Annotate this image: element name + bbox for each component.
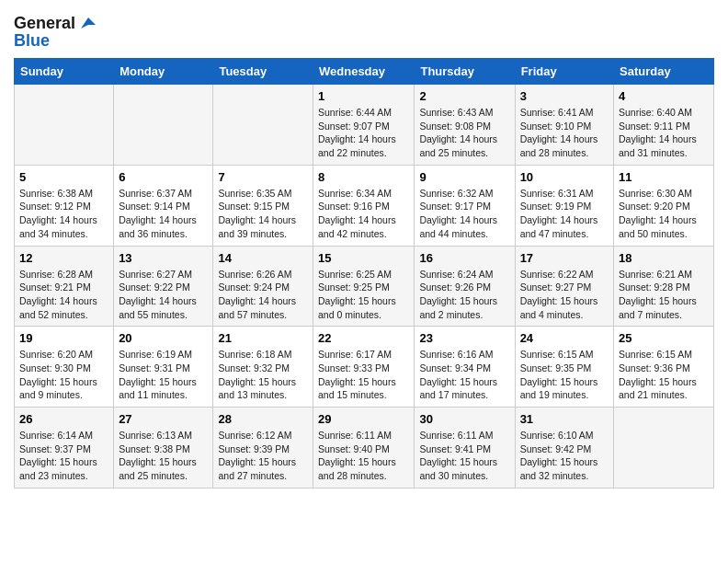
- day-info: Sunrise: 6:15 AM Sunset: 9:35 PM Dayligh…: [520, 348, 609, 402]
- calendar-cell: 21Sunrise: 6:18 AM Sunset: 9:32 PM Dayli…: [213, 327, 313, 408]
- day-number: 12: [19, 251, 108, 265]
- day-info: Sunrise: 6:44 AM Sunset: 9:07 PM Dayligh…: [318, 106, 409, 160]
- day-info: Sunrise: 6:20 AM Sunset: 9:30 PM Dayligh…: [19, 348, 108, 402]
- calendar-header: General Blue: [14, 9, 714, 51]
- calendar-cell: 10Sunrise: 6:31 AM Sunset: 9:19 PM Dayli…: [515, 165, 613, 246]
- calendar-cell: 9Sunrise: 6:32 AM Sunset: 9:17 PM Daylig…: [415, 165, 515, 246]
- calendar-cell: [614, 408, 714, 488]
- day-number: 3: [520, 89, 609, 103]
- day-info: Sunrise: 6:43 AM Sunset: 9:08 PM Dayligh…: [419, 106, 509, 160]
- calendar-cell: 7Sunrise: 6:35 AM Sunset: 9:15 PM Daylig…: [213, 165, 313, 246]
- day-number: 4: [619, 89, 709, 103]
- day-info: Sunrise: 6:24 AM Sunset: 9:26 PM Dayligh…: [419, 268, 509, 322]
- col-header-sunday: Sunday: [15, 59, 114, 85]
- day-number: 24: [520, 331, 609, 345]
- calendar-cell: 15Sunrise: 6:25 AM Sunset: 9:25 PM Dayli…: [313, 246, 415, 327]
- day-info: Sunrise: 6:25 AM Sunset: 9:25 PM Dayligh…: [318, 268, 409, 322]
- calendar-cell: 28Sunrise: 6:12 AM Sunset: 9:39 PM Dayli…: [213, 408, 313, 488]
- day-info: Sunrise: 6:35 AM Sunset: 9:15 PM Dayligh…: [218, 187, 308, 241]
- day-info: Sunrise: 6:31 AM Sunset: 9:19 PM Dayligh…: [520, 187, 609, 241]
- logo-general: General: [14, 14, 75, 33]
- day-info: Sunrise: 6:40 AM Sunset: 9:11 PM Dayligh…: [619, 106, 709, 160]
- day-info: Sunrise: 6:19 AM Sunset: 9:31 PM Dayligh…: [119, 348, 208, 402]
- col-header-tuesday: Tuesday: [213, 59, 313, 85]
- day-info: Sunrise: 6:10 AM Sunset: 9:42 PM Dayligh…: [520, 429, 609, 483]
- calendar-cell: [114, 85, 213, 166]
- day-info: Sunrise: 6:27 AM Sunset: 9:22 PM Dayligh…: [119, 268, 208, 322]
- day-number: 23: [419, 331, 509, 345]
- calendar-cell: 25Sunrise: 6:15 AM Sunset: 9:36 PM Dayli…: [614, 327, 714, 408]
- day-info: Sunrise: 6:13 AM Sunset: 9:38 PM Dayligh…: [119, 429, 208, 483]
- calendar-cell: 2Sunrise: 6:43 AM Sunset: 9:08 PM Daylig…: [415, 85, 515, 166]
- day-number: 22: [318, 331, 409, 345]
- col-header-friday: Friday: [515, 59, 613, 85]
- day-number: 10: [520, 170, 609, 184]
- calendar-cell: 8Sunrise: 6:34 AM Sunset: 9:16 PM Daylig…: [313, 165, 415, 246]
- calendar-cell: 17Sunrise: 6:22 AM Sunset: 9:27 PM Dayli…: [515, 246, 613, 327]
- col-header-thursday: Thursday: [415, 59, 515, 85]
- day-number: 26: [19, 412, 108, 426]
- calendar-cell: 31Sunrise: 6:10 AM Sunset: 9:42 PM Dayli…: [515, 408, 613, 488]
- day-number: 9: [419, 170, 509, 184]
- day-number: 7: [218, 170, 308, 184]
- day-number: 19: [19, 331, 108, 345]
- day-number: 15: [318, 251, 409, 265]
- day-info: Sunrise: 6:38 AM Sunset: 9:12 PM Dayligh…: [19, 187, 108, 241]
- calendar-cell: 18Sunrise: 6:21 AM Sunset: 9:28 PM Dayli…: [614, 246, 714, 327]
- calendar-week-row: 12Sunrise: 6:28 AM Sunset: 9:21 PM Dayli…: [15, 246, 714, 327]
- day-info: Sunrise: 6:30 AM Sunset: 9:20 PM Dayligh…: [619, 187, 709, 241]
- calendar-cell: 23Sunrise: 6:16 AM Sunset: 9:34 PM Dayli…: [415, 327, 515, 408]
- calendar-cell: 20Sunrise: 6:19 AM Sunset: 9:31 PM Dayli…: [114, 327, 213, 408]
- day-number: 6: [119, 170, 208, 184]
- day-number: 17: [520, 251, 609, 265]
- day-number: 18: [619, 251, 709, 265]
- day-info: Sunrise: 6:41 AM Sunset: 9:10 PM Dayligh…: [520, 106, 609, 160]
- day-number: 31: [520, 412, 609, 426]
- calendar-cell: 11Sunrise: 6:30 AM Sunset: 9:20 PM Dayli…: [614, 165, 714, 246]
- logo: General Blue: [14, 14, 97, 51]
- day-info: Sunrise: 6:34 AM Sunset: 9:16 PM Dayligh…: [318, 187, 409, 241]
- day-info: Sunrise: 6:15 AM Sunset: 9:36 PM Dayligh…: [619, 348, 709, 402]
- day-info: Sunrise: 6:14 AM Sunset: 9:37 PM Dayligh…: [19, 429, 108, 483]
- calendar-cell: 19Sunrise: 6:20 AM Sunset: 9:30 PM Dayli…: [15, 327, 114, 408]
- day-number: 2: [419, 89, 509, 103]
- day-number: 1: [318, 89, 409, 103]
- calendar-cell: 6Sunrise: 6:37 AM Sunset: 9:14 PM Daylig…: [114, 165, 213, 246]
- day-info: Sunrise: 6:11 AM Sunset: 9:41 PM Dayligh…: [419, 429, 509, 483]
- calendar-cell: 29Sunrise: 6:11 AM Sunset: 9:40 PM Dayli…: [313, 408, 415, 488]
- day-info: Sunrise: 6:17 AM Sunset: 9:33 PM Dayligh…: [318, 348, 409, 402]
- calendar-cell: 26Sunrise: 6:14 AM Sunset: 9:37 PM Dayli…: [15, 408, 114, 488]
- calendar-cell: 4Sunrise: 6:40 AM Sunset: 9:11 PM Daylig…: [614, 85, 714, 166]
- calendar-cell: 5Sunrise: 6:38 AM Sunset: 9:12 PM Daylig…: [15, 165, 114, 246]
- calendar-table: SundayMondayTuesdayWednesdayThursdayFrid…: [14, 58, 714, 488]
- day-info: Sunrise: 6:22 AM Sunset: 9:27 PM Dayligh…: [520, 268, 609, 322]
- calendar-week-row: 26Sunrise: 6:14 AM Sunset: 9:37 PM Dayli…: [15, 408, 714, 488]
- day-info: Sunrise: 6:11 AM Sunset: 9:40 PM Dayligh…: [318, 429, 409, 483]
- logo-blue: Blue: [14, 31, 50, 51]
- calendar-cell: 16Sunrise: 6:24 AM Sunset: 9:26 PM Dayli…: [415, 246, 515, 327]
- day-number: 21: [218, 331, 308, 345]
- day-info: Sunrise: 6:18 AM Sunset: 9:32 PM Dayligh…: [218, 348, 308, 402]
- day-info: Sunrise: 6:21 AM Sunset: 9:28 PM Dayligh…: [619, 268, 709, 322]
- day-info: Sunrise: 6:28 AM Sunset: 9:21 PM Dayligh…: [19, 268, 108, 322]
- day-number: 30: [419, 412, 509, 426]
- calendar-cell: 1Sunrise: 6:44 AM Sunset: 9:07 PM Daylig…: [313, 85, 415, 166]
- day-number: 28: [218, 412, 308, 426]
- calendar-cell: [213, 85, 313, 166]
- day-number: 14: [218, 251, 308, 265]
- calendar-cell: 14Sunrise: 6:26 AM Sunset: 9:24 PM Dayli…: [213, 246, 313, 327]
- svg-marker-0: [81, 17, 96, 29]
- day-number: 16: [419, 251, 509, 265]
- col-header-monday: Monday: [114, 59, 213, 85]
- day-number: 27: [119, 412, 208, 426]
- day-info: Sunrise: 6:26 AM Sunset: 9:24 PM Dayligh…: [218, 268, 308, 322]
- day-number: 11: [619, 170, 709, 184]
- calendar-cell: 22Sunrise: 6:17 AM Sunset: 9:33 PM Dayli…: [313, 327, 415, 408]
- calendar-week-row: 19Sunrise: 6:20 AM Sunset: 9:30 PM Dayli…: [15, 327, 714, 408]
- day-info: Sunrise: 6:37 AM Sunset: 9:14 PM Dayligh…: [119, 187, 208, 241]
- day-number: 25: [619, 331, 709, 345]
- calendar-cell: 12Sunrise: 6:28 AM Sunset: 9:21 PM Dayli…: [15, 246, 114, 327]
- day-number: 13: [119, 251, 208, 265]
- col-header-wednesday: Wednesday: [313, 59, 415, 85]
- calendar-cell: 3Sunrise: 6:41 AM Sunset: 9:10 PM Daylig…: [515, 85, 613, 166]
